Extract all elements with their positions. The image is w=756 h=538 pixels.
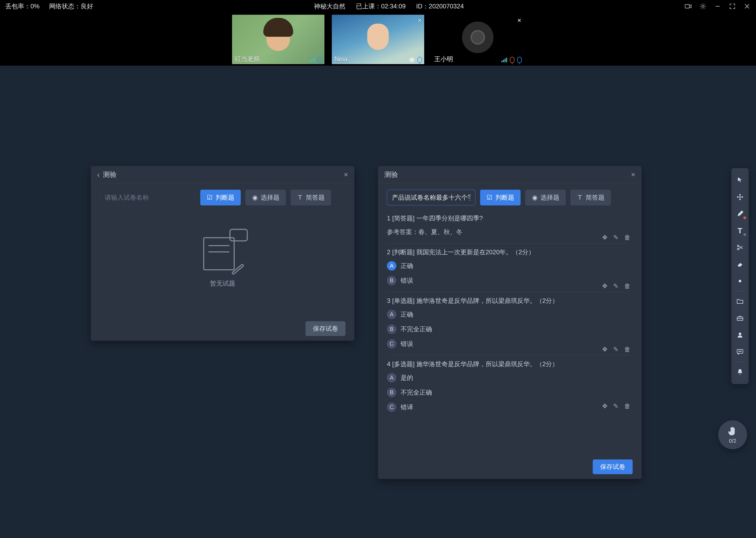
svg-point-8 [737,248,739,250]
question-title: 3 [单选题] 施华洛世奇是反华品牌，所以梁鼎琪反华。（2分） [387,296,631,306]
save-quiz-button[interactable]: 保存试卷 [306,321,346,336]
participant-name: 叮当老师 [235,55,260,63]
video-strip: 叮当老师 × Nina × 王小明 [0,13,756,66]
panel-close-icon[interactable]: × [631,171,635,179]
panel-title: 测验 [103,170,117,179]
quiz-title-input[interactable] [387,190,475,205]
video-tile-teacher[interactable]: 叮当老师 [232,15,324,64]
add-short-button[interactable]: T简答题 [570,190,611,205]
mic-icon [417,57,422,63]
camera-off-icon [462,22,494,53]
quiz-panel-empty: ‹ 测验 × ☑判断题 ◉选择题 T简答题 暂无试题 保存试卷 [91,166,354,341]
pen-tool-icon[interactable] [731,205,749,222]
audio-level-icon [309,58,315,62]
quiz-title-input[interactable] [100,190,196,205]
add-choice-button[interactable]: ◉选择题 [525,190,566,205]
minimize-icon[interactable] [714,3,721,10]
option-letter[interactable]: A [387,373,397,383]
delete-icon[interactable]: 🗑 [624,233,631,242]
delete-icon[interactable]: 🗑 [624,345,631,354]
target-icon [409,57,415,63]
question-item: 2 [判断题] 我国宪法上一次更新是在2020年。（2分） A正确 B错误 ✥✎… [387,247,631,292]
svg-point-11 [739,333,741,335]
chat-tool-icon[interactable] [731,343,749,360]
svg-point-7 [737,245,739,247]
edit-icon[interactable]: ✎ [613,345,618,354]
text-tool-icon[interactable]: T [731,222,749,239]
session-id: ID：2020070324 [416,2,464,11]
question-item: 1 [简答题] 一年四季分别是哪四季? 参考答案：春、夏、秋、冬 ✥✎🗑 [387,213,631,243]
tile-close-icon[interactable]: × [517,16,521,25]
hand-icon [728,426,737,436]
bell-tool-icon[interactable] [731,363,749,380]
question-answer: 参考答案：春、夏、秋、冬 [387,227,631,237]
edit-icon[interactable]: ✎ [613,401,618,411]
option-letter[interactable]: B [387,388,397,397]
video-tile-student[interactable]: × 王小明 [432,15,524,64]
panel-close-icon[interactable]: × [344,171,348,179]
user-tool-icon[interactable] [731,327,749,343]
eraser-tool-icon[interactable] [731,256,749,273]
back-icon[interactable]: ‹ [97,170,100,179]
move-icon[interactable]: ✥ [602,401,607,411]
participant-name: 王小明 [434,55,453,63]
settings-icon[interactable] [699,3,707,10]
question-title: 2 [判断题] 我国宪法上一次更新是在2020年。（2分） [387,247,631,257]
camera-toggle-icon[interactable] [685,3,692,10]
toolbox-tool-icon[interactable] [731,310,749,327]
svg-point-13 [739,351,739,351]
move-icon[interactable]: ✥ [602,345,607,354]
fullscreen-icon[interactable] [729,3,736,10]
option-letter[interactable]: B [387,324,397,334]
option-letter[interactable]: C [387,403,397,412]
elapsed-time: 已上课：02:34:09 [356,2,405,11]
add-judge-button[interactable]: ☑判断题 [200,190,241,205]
close-icon[interactable] [743,3,751,10]
save-quiz-button[interactable]: 保存试卷 [593,459,633,474]
quiz-panel-full: 测验 × ☑判断题 ◉选择题 T简答题 1 [简答题] 一年四季分别是哪四季? … [378,166,641,479]
participant-name: Nina [334,55,347,63]
mic-icon [517,57,522,63]
option-letter[interactable]: A [387,261,397,271]
laser-tool-icon[interactable] [731,273,749,290]
delete-icon[interactable]: 🗑 [624,281,631,291]
audio-level-icon [501,58,507,62]
question-item: 4 [多选题] 施华洛世奇是反华品牌，所以梁鼎琪反华。（2分） A是的 B不完全… [387,359,631,412]
titlebar: 丢包率：0% 网络状态：良好 神秘大自然 已上课：02:34:09 ID：202… [0,0,756,13]
loss-rate: 丢包率：0% [5,2,40,11]
option-letter[interactable]: B [387,276,397,285]
svg-rect-16 [739,374,740,375]
add-short-button[interactable]: T简答题 [291,190,331,205]
empty-illustration [199,230,246,272]
add-judge-button[interactable]: ☑判断题 [480,190,521,205]
folder-tool-icon[interactable] [731,293,749,310]
delete-icon[interactable]: 🗑 [624,401,631,411]
raise-hand-button[interactable]: 0/2 [718,420,747,449]
empty-text: 暂无试题 [210,279,235,288]
video-tile-student[interactable]: × Nina [332,15,424,64]
mic-icon [318,57,322,63]
svg-point-1 [702,5,704,7]
panel-title: 测验 [384,170,398,179]
option-letter[interactable]: C [387,339,397,349]
right-toolbar: T [731,168,749,384]
edit-icon[interactable]: ✎ [613,233,618,242]
mic-muted-icon [510,57,514,63]
svg-rect-0 [685,4,689,8]
svg-point-6 [411,59,413,61]
network-status: 网络状态：良好 [49,2,93,11]
move-icon[interactable]: ✥ [602,281,607,291]
add-choice-button[interactable]: ◉选择题 [246,190,286,205]
move-icon[interactable]: ✥ [602,233,607,242]
scissors-tool-icon[interactable] [731,239,749,256]
svg-point-14 [740,351,740,351]
question-title: 1 [简答题] 一年四季分别是哪四季? [387,213,631,223]
hand-count: 0/2 [729,438,736,444]
question-title: 4 [多选题] 施华洛世奇是反华品牌，所以梁鼎琪反华。（2分） [387,359,631,369]
cursor-tool-icon[interactable] [731,172,749,188]
course-title: 神秘大自然 [314,2,346,11]
option-letter[interactable]: A [387,310,397,319]
question-item: 3 [单选题] 施华洛世奇是反华品牌，所以梁鼎琪反华。（2分） A正确 B不完全… [387,296,631,355]
edit-icon[interactable]: ✎ [613,281,618,291]
move-tool-icon[interactable] [731,188,749,205]
